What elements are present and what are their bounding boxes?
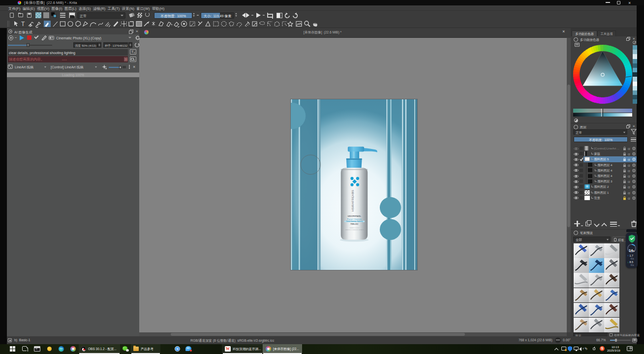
svg-text:α: α — [628, 163, 630, 167]
svg-text:HSIRAFREABS: HSIRAFREABS — [351, 190, 354, 211]
svg-text:FWBLGHJ: FWBLGHJ — [351, 223, 359, 225]
svg-text:α: α — [628, 196, 630, 200]
svg-text:α: α — [628, 179, 630, 183]
svg-text:α: α — [628, 191, 630, 195]
svg-text:Facial Cleanser: Facial Cleanser — [347, 218, 362, 220]
svg-text:α: α — [628, 147, 630, 150]
svg-text:α: α — [628, 157, 630, 161]
svg-text:T: T — [21, 21, 25, 28]
svg-text:α: α — [628, 185, 630, 189]
svg-text:CTBWWWAHT GBJTCCW LRVJB TS: CTBWWWAHT GBJTCCW LRVJB TS — [345, 229, 364, 230]
svg-text:α: α — [628, 174, 630, 178]
svg-text:Gentle Cleansing · Hydrating: Gentle Cleansing · Hydrating — [346, 220, 363, 222]
svg-text:UDIZRIFAEL: UDIZRIFAEL — [348, 215, 362, 217]
svg-text:CWBTSWAT TWHT: CWBTSWAT TWHT — [350, 227, 360, 228]
svg-text:α: α — [628, 152, 630, 156]
svg-text:α: α — [628, 169, 630, 173]
